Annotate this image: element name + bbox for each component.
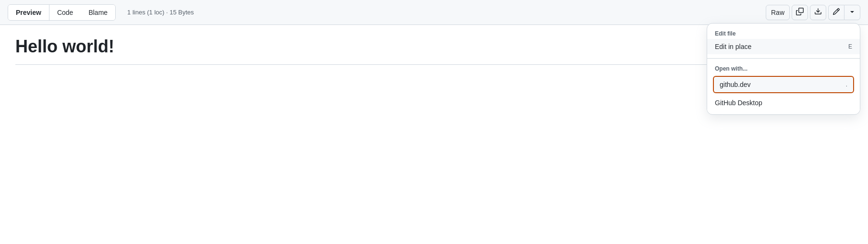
github-desktop-label: GitHub Desktop (715, 99, 762, 107)
edit-in-place-shortcut: E (848, 43, 852, 50)
tab-group: Preview Code Blame (8, 4, 116, 21)
file-info: 1 lines (1 loc) · 15 Bytes (127, 9, 194, 16)
download-icon (814, 8, 822, 17)
main-container: Preview Code Blame 1 lines (1 loc) · 15 … (0, 0, 868, 244)
edit-button[interactable] (828, 5, 844, 20)
github-dev-shortcut: . (846, 81, 847, 88)
dropdown-item-edit-in-place[interactable]: Edit in place E (707, 39, 860, 54)
tab-preview[interactable]: Preview (8, 5, 49, 20)
dropdown-menu: Edit file Edit in place E Open with... g… (707, 23, 860, 115)
download-button[interactable] (810, 5, 826, 20)
github-dev-label: github.dev (720, 81, 751, 88)
copy-icon (796, 8, 804, 17)
dropdown-item-github-desktop[interactable]: GitHub Desktop (707, 95, 860, 110)
dropdown-divider-1 (707, 58, 860, 59)
copy-button[interactable] (792, 5, 808, 20)
dropdown-item-github-dev[interactable]: github.dev . (713, 76, 854, 93)
tab-blame[interactable]: Blame (81, 5, 115, 20)
edit-in-place-label: Edit in place (715, 43, 751, 50)
toolbar-right: Raw (766, 5, 860, 20)
dropdown-section-edit-label: Edit file (707, 27, 860, 39)
dropdown-section-open-with-label: Open with... (707, 62, 860, 74)
chevron-down-icon (848, 8, 856, 17)
toolbar: Preview Code Blame 1 lines (1 loc) · 15 … (0, 0, 868, 25)
edit-chevron-button[interactable] (844, 5, 860, 20)
tab-code[interactable]: Code (49, 5, 81, 20)
edit-btn-group (828, 5, 860, 20)
edit-icon (832, 8, 840, 17)
raw-button[interactable]: Raw (766, 5, 790, 20)
